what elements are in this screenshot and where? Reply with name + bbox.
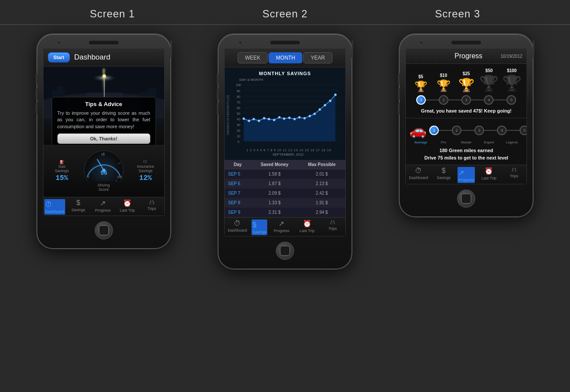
screen2: WEEK MONTH YEAR MONTHLY SAVINGS DAY & MO…	[224, 48, 346, 236]
week-tab[interactable]: WEEK	[238, 52, 268, 63]
svg-point-53	[283, 118, 285, 120]
screen1: Start Dashboard	[43, 48, 165, 216]
tab-lasttrip-1[interactable]: ⏰ Last Trip	[116, 199, 139, 215]
svg-text:60: 60	[237, 106, 240, 110]
car-section: 🚗 1 2 3 4 5	[406, 118, 527, 165]
trophies-section: $5 🏆 $10 🏆 $25 🏆 $50 🏆	[406, 64, 527, 118]
trophy-100-amount: $100	[507, 68, 517, 73]
trips-tab-label-2: Trips	[328, 226, 337, 231]
miles-dot-3: 3	[474, 126, 484, 135]
tab-progress-1[interactable]: ↗ Progress	[92, 199, 114, 215]
tab-progress-3[interactable]: ↗ Progress	[457, 167, 475, 183]
screen3-title: Screen 3	[384, 8, 531, 20]
svg-point-60	[318, 109, 321, 111]
iphone-top-1	[42, 40, 166, 45]
tab-savings-3[interactable]: $ Savings	[432, 167, 455, 183]
tab-trips-2[interactable]: /:\ Trips	[321, 219, 344, 235]
dashboard-tab-label-3: Dashboard	[409, 176, 428, 180]
tab-lasttrip-2[interactable]: ⏰ Last Trip	[296, 219, 318, 235]
ok-button[interactable]: Ok, Thanks!	[57, 133, 150, 144]
savings-dot-2: 2	[439, 95, 448, 105]
year-tab[interactable]: YEAR	[303, 52, 332, 63]
tab-savings-1[interactable]: $ Savings	[67, 199, 89, 215]
col-saved: Saved Money	[251, 160, 298, 169]
table-cell: 2.09 $	[251, 189, 298, 198]
progress-date: 10/19/2012	[500, 54, 522, 59]
tab-progress-2[interactable]: ↗ Progress	[270, 219, 293, 235]
trophy-5-icon: 🏆	[414, 80, 428, 93]
svg-text:0: 0	[87, 176, 89, 179]
miles-dot-5: 5	[520, 126, 527, 135]
col-day: Day	[225, 160, 251, 169]
trophy-25: $25 🏆	[456, 71, 476, 93]
period-tabs: WEEK MONTH YEAR	[225, 49, 345, 67]
svg-point-59	[313, 113, 315, 115]
savings-line-3	[471, 100, 484, 100]
savings-tab-label-3: Savings	[437, 176, 451, 180]
tab-dashboard-3[interactable]: ⏱ Dashboard	[407, 167, 430, 183]
table-cell: SEP 9	[225, 208, 251, 217]
lasttrip-tab-label-3: Last Trip	[481, 176, 497, 180]
side-buttons-left-2	[217, 73, 219, 114]
table-cell: 2.94 $	[298, 208, 345, 217]
level-average: Average	[411, 140, 431, 144]
lasttrip-tab-label: Last Trip	[120, 208, 135, 213]
table-cell: SEP 8	[225, 198, 251, 208]
lasttrip-tab-label-2: Last Trip	[299, 229, 315, 233]
table-cell: SEP 6	[225, 179, 251, 189]
savings-dot-5: 5	[507, 95, 516, 105]
tab-lasttrip-3[interactable]: ⏰ Last Trip	[477, 167, 500, 183]
svg-point-46	[248, 120, 250, 122]
table-cell: 1.91 $	[298, 198, 345, 208]
driving-score-gauge: 0 50 100 56 DrivingScore	[80, 149, 128, 193]
miles-dot-4: 4	[497, 126, 507, 135]
svg-text:30: 30	[237, 123, 240, 126]
screen3: Progress 10/19/2012 $5 🏆 $10 🏆 $25	[405, 48, 527, 184]
savings-tab-icon: $	[76, 199, 80, 207]
home-button-1[interactable]	[95, 221, 113, 239]
level-labels: Average Pro Master Expert Legend	[409, 140, 523, 144]
tab-dashboard-1[interactable]: ⏱ Dashboard	[44, 199, 65, 215]
miles-line-3	[484, 130, 497, 131]
col-max: Max Possible	[298, 160, 345, 169]
tips-bg: Tips & Advice Try to improve your drivin…	[43, 66, 164, 145]
miles-progress-dots: 1 2 3 4 5	[429, 126, 527, 135]
svg-text:0: 0	[238, 140, 239, 143]
start-button[interactable]: Start	[48, 52, 70, 63]
s3-tab-bar: ⏱ Dashboard $ Savings ↗ Progress ⏰ Last …	[406, 165, 527, 184]
level-pro: Pro	[434, 140, 454, 144]
tab-trips-1[interactable]: /:\ Trips	[140, 199, 163, 215]
screen1-title: Screen 1	[39, 8, 186, 20]
camera-2	[239, 41, 242, 44]
savings-tab-label-2: Savings	[252, 230, 266, 234]
savings-message: Great, you have saved 47$! Keep going!	[409, 108, 523, 113]
chart-subtitle: DAY & MONTH	[239, 78, 344, 82]
trophy-10-icon: 🏆	[437, 79, 451, 93]
chart-area: MONTHLY SAVINGS DAY & MONTH SAVINGS IN P…	[225, 67, 345, 160]
tab-trips-3[interactable]: /:\ Trips	[503, 167, 525, 183]
trophy-25-amount: $25	[463, 71, 470, 76]
dashboard-title: Dashboard	[74, 53, 110, 62]
lasttrip-tab-icon: ⏰	[123, 199, 132, 207]
insurance-value: 12%	[139, 174, 152, 182]
trophy-100-icon: 🏆	[502, 74, 522, 93]
s3-header: Progress 10/19/2012	[406, 49, 527, 64]
svg-point-56	[298, 116, 300, 119]
power-button-1	[170, 40, 172, 58]
table-cell: 1.33 $	[251, 198, 298, 208]
svg-point-45	[242, 118, 245, 120]
svg-point-49	[263, 117, 265, 120]
savings-tab-label: Savings	[71, 208, 85, 212]
svg-point-48	[258, 120, 260, 122]
svg-point-57	[303, 117, 305, 120]
tab-savings-2[interactable]: $ Savings	[252, 219, 267, 235]
home-button-2[interactable]	[276, 242, 294, 260]
month-tab[interactable]: MONTH	[268, 52, 302, 63]
home-button-3[interactable]	[457, 189, 475, 208]
power-button-2	[351, 40, 353, 58]
tab-dashboard-2[interactable]: ⏱ Dashboard	[226, 219, 249, 235]
camera-3	[420, 41, 423, 44]
level-master: Master	[456, 140, 476, 144]
trophy-50-icon: 🏆	[479, 74, 499, 93]
chart-title: MONTHLY SAVINGS	[226, 71, 344, 76]
